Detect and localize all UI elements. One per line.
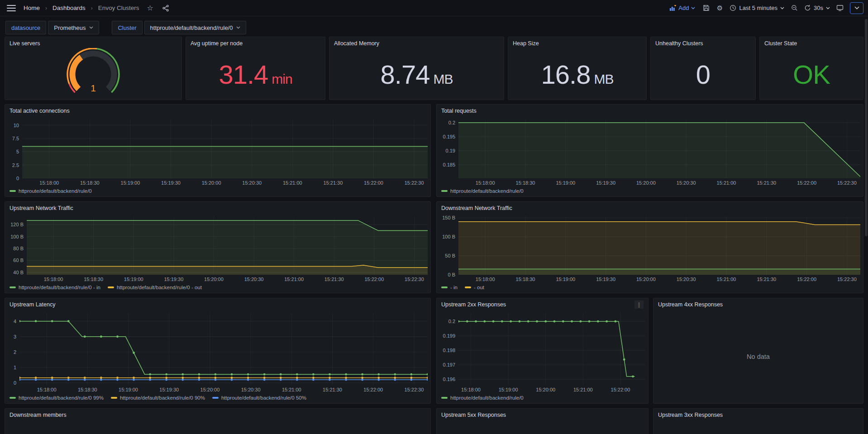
legend: httproute/default/backend/rule/0 - inhtt… [6, 283, 428, 292]
y-tick-label: 100 B [10, 234, 24, 240]
menu-icon[interactable] [5, 2, 18, 14]
x-tick-label: 15:21:00 [573, 387, 593, 392]
add-button[interactable]: Add [667, 5, 698, 11]
cluster-variable-value[interactable]: httproute/default/backend/rule/0 [144, 21, 247, 34]
legend-item[interactable]: - in [441, 285, 458, 290]
datasource-variable-label[interactable]: datasource [5, 21, 46, 34]
x-tick-label: 15:18:00 [461, 387, 481, 392]
x-tick-label: 15:20:00 [204, 277, 224, 282]
plot-area[interactable] [27, 216, 428, 275]
breadcrumb-home[interactable]: Home [23, 5, 41, 11]
panel-title[interactable]: Live servers [10, 40, 40, 47]
panel-upstream-latency: Upstream Latency 01234 15:18:0015:18:301… [5, 298, 431, 404]
x-tick-label: 15:20:00 [636, 180, 656, 186]
plot-area[interactable] [458, 216, 860, 275]
panel-title[interactable]: Upstream Latency [10, 301, 55, 308]
x-tick-label: 15:22:00 [611, 387, 630, 392]
panel-title[interactable]: Total active connections [10, 108, 70, 114]
y-tick-label: 100 B [442, 234, 455, 240]
settings-gear-icon[interactable]: ⚙ [714, 3, 725, 14]
y-tick-label: 0.185 [443, 162, 455, 168]
x-tick-label: 15:21:00 [282, 387, 301, 392]
panel-unhealthy-clusters: Unhealthy Clusters 0 [650, 37, 756, 100]
x-tick-label: 15:18:00 [44, 277, 63, 282]
panel-title[interactable]: Avg uptime per node [191, 40, 243, 47]
y-tick-label: 0.199 [443, 333, 455, 339]
share-icon[interactable] [160, 3, 171, 14]
panel-downstream-members: Downstream members 2 [5, 408, 431, 434]
legend-item[interactable]: httproute/default/backend/rule/0 [441, 395, 524, 401]
panel-title[interactable]: Upstream 4xx Responses [658, 301, 723, 308]
x-tick-label: 15:18:00 [39, 180, 59, 186]
y-tick-label: 4 [14, 318, 16, 324]
add-panel-icon [669, 5, 676, 11]
datasource-variable-value[interactable]: Prometheus [48, 21, 99, 34]
zoom-out-icon[interactable] [789, 3, 800, 14]
legend-item[interactable]: httproute/default/backend/rule/0 [441, 188, 524, 194]
x-tick-label: 15:19:30 [164, 277, 183, 282]
cluster-variable-label[interactable]: Cluster [112, 21, 142, 34]
x-tick-label: 15:18:30 [84, 277, 103, 282]
panel-title[interactable]: Upstream 2xx Responses [441, 301, 506, 308]
x-tick-label: 15:22:00 [363, 387, 383, 392]
kebab-menu-icon[interactable]: ⋮ [634, 300, 644, 309]
x-tick-label: 15:20:30 [242, 180, 262, 186]
plot-area[interactable] [22, 119, 428, 178]
x-tick-label: 15:20:30 [677, 277, 696, 282]
stat-value: OK [793, 59, 830, 90]
svg-text:1: 1 [91, 83, 96, 93]
panel-title[interactable]: Unhealthy Clusters [655, 40, 703, 47]
panel-title[interactable]: Downstream members [10, 412, 67, 418]
x-tick-label: 15:20:00 [636, 277, 656, 282]
x-tick-label: 15:22:30 [837, 277, 857, 282]
panel-upstream-4xx: Upstream 4xx Responses No data [653, 298, 863, 404]
chart-upstream-2xx: 0.1960.1970.1980.1990.2 15:18:0015:19:00… [437, 310, 648, 403]
chart-downstream-network-traffic: 0 B50 B100 B150 B 15:18:0015:18:3015:19:… [437, 214, 863, 293]
x-tick-label: 15:21:30 [324, 180, 343, 186]
live-servers-gauge: 1 [62, 48, 125, 100]
panel-title[interactable]: Cluster State [764, 40, 797, 47]
panel-title[interactable]: Upstream Network Traffic [10, 205, 73, 211]
caret-down-icon [826, 7, 830, 10]
y-tick-label: 0.198 [443, 347, 455, 353]
breadcrumb-separator: › [45, 5, 47, 11]
y-axis: 0 B50 B100 B150 B [438, 216, 458, 275]
chart-total-requests: 0.1850.190.1950.2 15:18:0015:18:3015:19:… [437, 116, 863, 196]
panel-total-active-connections: Total active connections 02.557.510 15:1… [5, 104, 431, 197]
y-axis: 0.1850.190.1950.2 [438, 119, 458, 178]
breadcrumb-dashboards[interactable]: Dashboards [52, 5, 86, 11]
tv-icon[interactable] [835, 3, 845, 14]
panel-title[interactable]: Allocated Memory [334, 40, 379, 47]
x-axis: 15:18:0015:18:3015:19:0015:19:3015:20:00… [438, 178, 860, 186]
save-icon[interactable] [701, 3, 711, 14]
legend-item[interactable]: httproute/default/backend/rule/0 50% [212, 395, 306, 401]
x-axis: 15:18:0015:18:3015:19:0015:19:3015:20:00… [438, 275, 860, 283]
legend-item[interactable]: httproute/default/backend/rule/0 90% [111, 395, 205, 401]
x-tick-label: 15:20:30 [241, 387, 261, 392]
panel-title[interactable]: Heap Size [513, 40, 539, 47]
legend-item[interactable]: httproute/default/backend/rule/0 99% [10, 395, 104, 401]
panel-title[interactable]: Downstream Network Traffic [441, 205, 512, 211]
x-tick-label: 15:22:30 [405, 277, 424, 282]
panel-title[interactable]: Upstream 3xx Responses [658, 412, 723, 418]
scrollbar[interactable] [865, 19, 868, 236]
refresh-icon [804, 5, 811, 11]
refresh-picker[interactable]: 30s [802, 5, 832, 11]
collapse-navbar-button[interactable] [850, 2, 863, 14]
y-axis: 40 B60 B80 B100 B120 B [6, 216, 27, 275]
legend-item[interactable]: - out [465, 285, 484, 290]
legend-item[interactable]: httproute/default/backend/rule/0 [10, 188, 92, 194]
panel-title[interactable]: Total requests [441, 108, 477, 114]
plot-area[interactable] [19, 313, 428, 385]
panel-upstream-network-traffic: Upstream Network Traffic 40 B60 B80 B100… [5, 201, 431, 293]
plot-area[interactable] [458, 119, 860, 178]
panel-title[interactable]: Upstream 5xx Responses [441, 412, 506, 418]
chart-total-active-connections: 02.557.510 15:18:0015:18:3015:19:0015:19… [5, 116, 430, 196]
y-tick-label: 10 [14, 122, 19, 129]
legend-item[interactable]: httproute/default/backend/rule/0 - in [10, 285, 100, 290]
time-range-picker[interactable]: Last 5 minutes [728, 5, 786, 11]
caret-down-icon [691, 7, 695, 10]
plot-area[interactable] [458, 313, 645, 385]
legend-item[interactable]: httproute/default/backend/rule/0 - out [108, 285, 202, 290]
star-icon[interactable]: ☆ [145, 3, 156, 14]
